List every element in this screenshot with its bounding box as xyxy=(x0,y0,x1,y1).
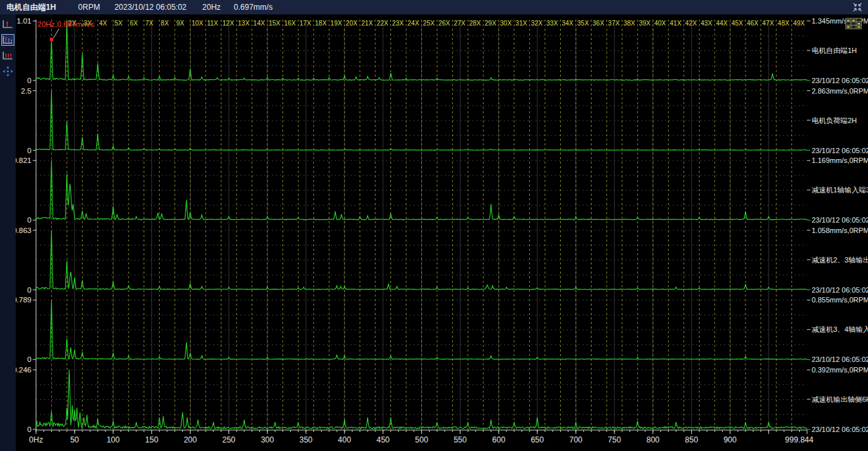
x-axis-tick-label: 500 xyxy=(415,435,428,444)
y-axis-labels-chart3: 0.8210 xyxy=(16,156,36,224)
y-max-label: 0.246 xyxy=(16,366,31,374)
channel-amplitude-label: 0.392mm/s,0RPM xyxy=(812,366,868,374)
titlebar-channel: 电机自由端1H xyxy=(7,2,56,13)
harmonic-order-label: 46X xyxy=(747,20,759,27)
y-zero-label: 0 xyxy=(28,216,31,224)
x-axis-tick-label: 800 xyxy=(647,435,660,444)
y-max-label: 2.5 xyxy=(21,87,31,95)
pan-move-icon xyxy=(2,65,14,77)
harmonic-cursor-lines xyxy=(67,20,792,429)
x-axis-tick-label: 999.844 xyxy=(785,435,814,444)
harmonic-order-label: 20X xyxy=(346,20,358,27)
channel-amplitude-label: 1.169mm/s,0RPM xyxy=(812,156,868,164)
x-axis-tick-label: 0Hz xyxy=(29,435,43,444)
harmonic-order-label: 29X xyxy=(485,20,497,27)
titlebar-amplitude: 0.697mm/s xyxy=(234,3,273,12)
x-axis-ticks xyxy=(36,430,807,434)
x-axis-tick-label: 900 xyxy=(723,435,736,444)
harmonic-order-label: 28X xyxy=(469,20,481,27)
harmonic-order-label: 30X xyxy=(500,20,512,27)
titlebar-rpm: 0RPM xyxy=(78,3,100,12)
x-axis-tick-label: 50 xyxy=(70,435,79,444)
channel-name-label: 电机负荷端2H xyxy=(812,117,857,124)
harmonic-order-label: 47X xyxy=(763,20,774,27)
harmonic-order-label: 23X xyxy=(392,20,404,27)
channel-name-label: 电机自由端1H xyxy=(812,46,857,54)
harmonic-order-label: 10X xyxy=(191,20,203,27)
y-zero-label: 0 xyxy=(28,425,31,433)
y-axis-labels-chart4: 0.8630 xyxy=(16,226,36,294)
harmonic-order-label: 38X xyxy=(624,20,635,27)
multi-cursor-tool-button[interactable] xyxy=(1,50,14,62)
harmonic-order-label: 24X xyxy=(407,20,419,27)
x-axis-tick-label: 750 xyxy=(608,435,621,444)
y-zero-label: 0 xyxy=(28,147,31,154)
collapse-window-icon[interactable] xyxy=(852,2,863,12)
pan-tool-button[interactable] xyxy=(1,65,14,77)
harmonic-order-label: 22X xyxy=(377,20,388,27)
right-labels-chart5: 0.855mm/s,0RPM减速机3、4轴输入端5V23/10/12 06:05… xyxy=(807,296,868,363)
data-table-icon[interactable] xyxy=(846,18,861,29)
harmonic-order-label: 31X xyxy=(516,20,527,27)
harmonic-order-label: 45X xyxy=(731,20,743,27)
titlebar-datetime: 2023/10/12 06:05:02 xyxy=(115,3,187,12)
harmonic-order-label: 7X xyxy=(145,20,154,27)
harmonic-order-label: 27X xyxy=(454,20,466,27)
channel-name-label: 减速机1轴输入端3H xyxy=(812,186,868,194)
harmonic-order-label: 41X xyxy=(670,20,681,27)
spectra-svg: 0Hz5010015020025030035040045050055060065… xyxy=(16,14,868,451)
x-axis-tick-label: 300 xyxy=(261,435,274,444)
channel-timestamp-label: 23/10/12 06:05:02 xyxy=(812,147,868,154)
x-axis-tick-label: 850 xyxy=(685,435,698,444)
single-cursor-tool-button[interactable] xyxy=(1,18,14,30)
harmonic-cursor-icon xyxy=(2,35,14,45)
channel-name-label: 减速机输出轴侧6H xyxy=(812,395,868,403)
harmonic-order-label: 12X xyxy=(223,20,235,27)
harmonic-order-label: 17X xyxy=(299,20,311,27)
harmonic-order-label: 44X xyxy=(716,20,728,27)
harmonic-order-label: 11X xyxy=(207,20,218,27)
harmonic-order-label: 9X xyxy=(176,20,185,27)
harmonic-order-label: 37X xyxy=(608,20,620,27)
channel-timestamp-label: 23/10/12 06:05:02 xyxy=(812,355,868,363)
right-labels-chart4: 1.058mm/s,0RPM减速机2、3轴输出端4A23/10/12 06:05… xyxy=(807,226,868,294)
x-axis-tick-label: 450 xyxy=(377,435,390,444)
x-axis-labels: 0Hz5010015020025030035040045050055060065… xyxy=(29,435,814,444)
harmonic-order-label: 6X xyxy=(130,20,138,27)
harmonic-order-label: 35X xyxy=(577,20,589,27)
single-cursor-icon xyxy=(2,19,14,29)
y-axis-labels-chart1: 1.010 xyxy=(17,17,36,84)
harmonic-order-label: 21X xyxy=(361,20,373,27)
multi-cursor-icon xyxy=(2,50,14,61)
y-max-label: 0.863 xyxy=(16,226,31,234)
harmonic-order-label: 5X xyxy=(115,20,123,27)
harmonic-order-label: 39X xyxy=(639,20,651,27)
harmonic-order-label: 18X xyxy=(315,20,327,27)
y-zero-label: 0 xyxy=(28,286,31,294)
harmonic-order-label: 42X xyxy=(685,20,697,27)
toolbar-sidebar xyxy=(0,14,16,451)
harmonic-order-label: 25X xyxy=(423,20,435,27)
channel-name-label: 减速机3、4轴输入端5V xyxy=(812,325,868,333)
harmonic-order-label: 48X xyxy=(778,20,789,27)
y-axis-labels-chart2: 2.50 xyxy=(21,87,36,154)
channel-amplitude-label: 1.058mm/s,0RPM xyxy=(812,226,868,234)
x-axis-tick-label: 600 xyxy=(492,435,505,444)
y-max-label: 0.789 xyxy=(16,296,31,304)
cursor-annotation[interactable]: 20Hz,0.697mm/s xyxy=(37,20,94,41)
channel-timestamp-label: 23/10/12 06:05:02 xyxy=(812,425,868,433)
channel-timestamp-label: 23/10/12 06:05:02 xyxy=(812,77,868,84)
harmonic-order-label: 34X xyxy=(561,20,573,27)
y-zero-label: 0 xyxy=(28,77,31,84)
cursor-peak-marker[interactable] xyxy=(50,38,53,41)
x-axis-tick-label: 550 xyxy=(453,435,466,444)
channel-amplitude-label: 2.863mm/s,0RPM xyxy=(812,87,868,95)
harmonic-order-label: 26X xyxy=(438,20,450,27)
right-labels-chart3: 1.169mm/s,0RPM减速机1轴输入端3H23/10/12 06:05:0… xyxy=(807,156,868,224)
harmonic-cursor-tool-button[interactable] xyxy=(1,34,14,46)
title-bar: 电机自由端1H 0RPM 2023/10/12 06:05:02 20Hz 0.… xyxy=(0,0,868,14)
x-axis-tick-label: 700 xyxy=(569,435,582,444)
y-axis-labels-chart5: 0.7890 xyxy=(16,296,36,363)
harmonic-order-label: 32X xyxy=(531,20,542,27)
y-max-label: 1.01 xyxy=(17,17,31,25)
